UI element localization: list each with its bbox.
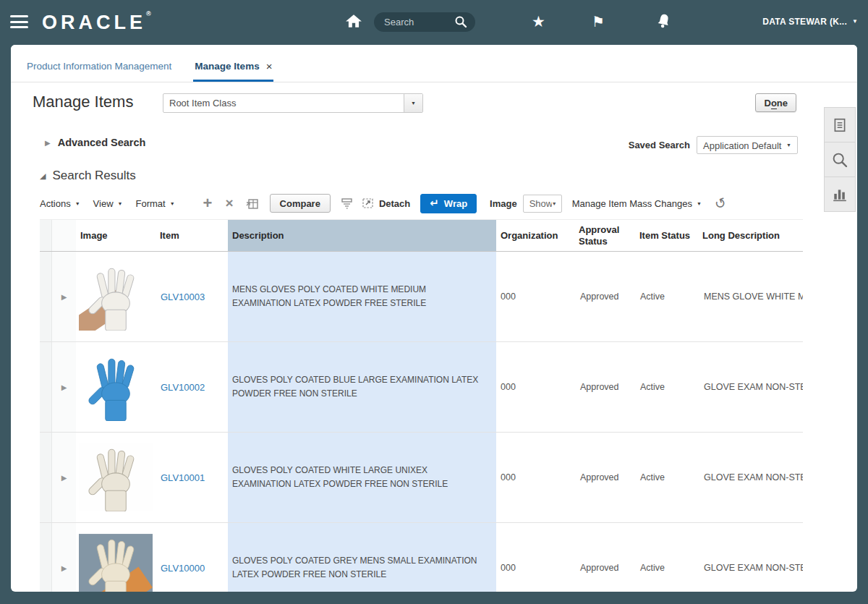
oracle-logo[interactable]: ORACLE® [42,10,151,34]
description-cell: GLOVES POLY COATED GREY MENS SMALL EXAMI… [228,523,496,592]
item-link[interactable]: GLV10001 [156,472,205,483]
row-selector[interactable] [40,342,52,432]
wrap-button[interactable]: ↵ Wrap [420,194,477,213]
search-icon[interactable] [454,15,468,29]
actions-menu[interactable]: Actions▼ [40,198,80,209]
image-show-select[interactable]: Show ▼ [523,195,562,213]
search-icon [831,151,848,169]
chevron-down-icon: ▼ [552,201,557,206]
delete-icon[interactable]: × [225,195,233,211]
user-menu[interactable]: DATA STEWAR (K... ▼ [762,17,858,27]
home-icon[interactable] [345,13,364,32]
tab-manage-items[interactable]: Manage Items × [193,61,273,82]
product-image-cell [76,342,156,432]
long-description-cell: GLOVE EXAM NON-STE [698,433,803,522]
freeze-columns-icon[interactable] [246,197,258,209]
column-header-description[interactable]: Description [228,230,496,242]
approval-status-cell: Approved [571,342,633,432]
watchlist-flag-icon[interactable]: ⚑ [592,12,605,31]
saved-search-select[interactable]: Application Default ▼ [697,136,798,154]
wrap-icon: ↵ [430,197,439,210]
column-header-item[interactable]: Item [156,230,228,242]
description-cell: GLOVES POLY COATED WHITE LARGE UNIXEX EX… [228,433,496,522]
add-icon[interactable]: + [203,194,213,213]
search-panel-button[interactable] [825,143,855,177]
saved-search-area: Saved Search Application Default ▼ [629,136,798,154]
user-name: DATA STEWAR (K... [762,17,847,27]
column-header-long-description[interactable]: Long Description [698,230,803,242]
refresh-icon[interactable]: ↺ [712,193,728,213]
view-menu[interactable]: View▼ [93,198,123,209]
product-image-cell [76,433,156,522]
row-expander[interactable]: ▶ [52,342,76,432]
header-expander-cell [52,220,76,251]
detach-button[interactable]: Detach [362,197,410,209]
bar-chart-icon [832,187,848,203]
product-image-cell [76,523,156,592]
approval-status-cell: Approved [571,252,633,341]
organization-cell: 000 [496,523,571,592]
expand-right-icon: ▶ [61,564,67,572]
global-search[interactable] [374,12,475,32]
search-results-toggle[interactable]: ◢ Search Results [40,169,136,183]
row-expander[interactable]: ▶ [52,433,76,522]
description-cell: MENS GLOVES POLY COATED WHITE MEDIUM EXA… [228,252,496,341]
reports-panel-button[interactable] [825,177,855,212]
notifications-bell-icon[interactable] [655,13,673,32]
item-class-select[interactable]: Root Item Class ▼ [163,93,423,113]
item-link[interactable]: GLV10002 [156,382,205,393]
chevron-down-icon: ▼ [786,143,791,148]
format-menu[interactable]: Format▼ [135,198,174,209]
chevron-down-icon[interactable]: ▼ [404,94,422,112]
detach-icon [362,197,374,209]
item-status-cell: Active [633,523,698,592]
column-header-item-status[interactable]: Item Status [633,230,698,242]
tab-product-information-management[interactable]: Product Information Management [25,61,173,82]
item-link[interactable]: GLV10000 [156,563,205,574]
page-title: Manage Items [33,93,133,111]
column-header-approval-status[interactable]: Approval Status [571,224,633,247]
row-selector[interactable] [40,252,52,341]
side-panel [824,107,856,212]
query-by-example-icon[interactable] [341,197,353,209]
expand-right-icon: ▶ [61,474,67,482]
results-toolbar: Actions▼ View▼ Format▼ + × Compare Detac… [40,192,726,214]
long-description-cell: GLOVE EXAM NON-STE [698,342,803,432]
image-show-label: Image [490,198,517,209]
results-table: Image Item Description Organization Appr… [40,219,803,592]
saved-search-label: Saved Search [629,140,690,150]
long-description-cell: MENS GLOVE WHITE M [698,252,803,341]
chevron-down-icon: ▼ [852,19,858,25]
compare-button[interactable]: Compare [270,194,331,213]
organization-cell: 000 [496,433,571,522]
item-status-cell: Active [633,433,698,522]
row-selector[interactable] [40,523,52,592]
table-row: ▶ GLV10002 GLOVES POLY COATED BLUE LARGE… [40,342,803,433]
hamburger-menu-icon[interactable] [10,15,29,30]
mass-changes-menu[interactable]: Manage Item Mass Changes▼ [572,198,702,209]
column-header-organization[interactable]: Organization [496,230,571,242]
expand-right-icon: ▶ [61,293,67,301]
row-expander[interactable]: ▶ [52,523,76,592]
advanced-search-toggle[interactable]: ▶ Advanced Search [45,137,145,148]
product-image [79,534,153,592]
header-selector-cell [40,220,52,251]
item-class-value: Root Item Class [163,94,404,112]
tasks-panel-button[interactable] [825,108,855,143]
document-icon [832,117,848,133]
long-description-cell: GLOVE EXAM NON-STE [698,523,803,592]
item-link[interactable]: GLV10003 [156,292,205,302]
product-image [79,263,153,331]
content-card: Product Information Management Manage It… [11,45,857,592]
search-input[interactable] [384,17,454,27]
column-header-image[interactable]: Image [76,230,156,242]
chevron-down-icon: ▼ [697,201,702,206]
done-button[interactable]: Done [755,93,796,112]
favorites-star-icon[interactable]: ★ [532,12,545,31]
table-header-row: Image Item Description Organization Appr… [40,219,803,252]
row-selector[interactable] [40,433,52,522]
topbar: ORACLE® ★ ⚑ DATA STEWAR (K... ▼ [0,0,868,45]
row-expander[interactable]: ▶ [52,252,76,341]
close-icon[interactable]: × [266,61,273,72]
item-status-cell: Active [633,342,698,432]
